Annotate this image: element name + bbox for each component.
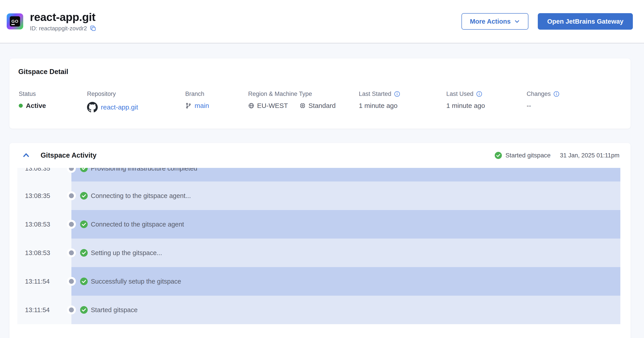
goland-logo-text: GO: [10, 16, 20, 26]
globe-icon: [248, 103, 254, 109]
info-icon[interactable]: [476, 91, 482, 97]
chevron-up-icon: [22, 152, 30, 159]
log-row-gutter: 13:11:54: [18, 267, 72, 296]
copy-icon: [90, 25, 96, 32]
log-row-gutter: 13:08:35: [18, 168, 72, 181]
info-icon[interactable]: [394, 91, 400, 97]
copy-id-button[interactable]: [90, 25, 96, 32]
changes-label: Changes: [527, 90, 551, 97]
github-icon: [87, 102, 98, 113]
check-circle-icon: [80, 168, 88, 172]
status-dot-icon: [19, 104, 23, 108]
latest-event-time: 31 Jan, 2025 01:11pm: [560, 152, 620, 159]
check-circle-icon: [495, 152, 502, 159]
log-row-time: 13:11:54: [18, 306, 50, 314]
last-used-label: Last Used: [446, 90, 474, 97]
log-row: 13:08:53 Connected to the gitspace agent: [18, 210, 620, 239]
timeline-dot-icon: [69, 222, 74, 227]
title-block: react-app.git ID: reactappgit-zovdr2: [30, 11, 96, 32]
branch-label: Branch: [185, 90, 209, 97]
log-row-message: Started gitspace: [91, 306, 138, 314]
gitspace-id-row: ID: reactappgit-zovdr2: [30, 25, 96, 32]
log-row: 13:08:35 Connecting to the gitspace agen…: [18, 181, 620, 210]
log-row-gutter: 13:08:53: [18, 210, 72, 239]
log-row: 13:08:53 Setting up the gitspace...: [18, 239, 620, 267]
status-label: Status: [19, 90, 46, 97]
field-last-used: Last Used 1 minute ago: [446, 90, 485, 109]
field-repository: Repository react-app.git: [87, 90, 138, 113]
log-row-gutter: 13:11:54: [18, 296, 72, 324]
more-actions-button[interactable]: More Actions: [462, 13, 529, 30]
log-row-content: Setting up the gitspace...: [72, 239, 620, 267]
log-row-content: Started gitspace: [72, 296, 620, 324]
last-used-value: 1 minute ago: [446, 102, 485, 109]
header-actions: More Actions Open JetBrains Gateway: [462, 13, 633, 30]
page-title: react-app.git: [30, 11, 96, 23]
log-row-gutter: 13:08:53: [18, 239, 72, 267]
goland-logo-icon: GO: [7, 13, 23, 29]
cpu-chip-icon: [300, 103, 306, 109]
log-row-message: Provisioning infrastructure completed: [91, 168, 197, 172]
page-header: GO react-app.git ID: reactappgit-zovdr2 …: [0, 0, 644, 43]
log-row-time: 13:11:54: [18, 278, 50, 285]
chevron-down-icon: [514, 18, 520, 24]
machine-type-value: Standard: [308, 102, 336, 109]
activity-header: Gitspace Activity Started gitspace 31 Ja…: [9, 143, 630, 168]
check-circle-icon: [80, 278, 88, 285]
timeline-dot-icon: [69, 193, 74, 198]
open-jetbrains-gateway-button[interactable]: Open JetBrains Gateway: [538, 13, 633, 30]
field-last-started: Last Started 1 minute ago: [359, 90, 400, 109]
last-started-label: Last Started: [359, 90, 392, 97]
field-changes: Changes --: [527, 90, 560, 109]
field-status: Status Active: [19, 90, 46, 109]
check-circle-icon: [80, 249, 88, 257]
field-region-machine: Region & Machine Type EU-WEST: [248, 90, 336, 109]
log-row-message: Setting up the gitspace...: [91, 249, 162, 257]
repository-label: Repository: [87, 90, 138, 97]
log-row: 13:11:54 Successfully setup the gitspace: [18, 267, 620, 296]
timeline-dot-icon: [69, 308, 74, 312]
log-row: 13:08:35 Provisioning infrastructure com…: [18, 168, 620, 181]
field-branch: Branch main: [185, 90, 209, 109]
log-row: 13:11:54 Started gitspace: [18, 296, 620, 324]
activity-log[interactable]: 13:08:35 Provisioning infrastructure com…: [18, 168, 620, 324]
log-row-content: Provisioning infrastructure completed: [72, 168, 620, 181]
check-circle-icon: [80, 221, 88, 228]
gitspace-detail-card: Gitspace Detail Status Active Repository…: [9, 58, 630, 129]
log-row-time: 13:08:35: [18, 192, 50, 200]
timeline-dot-icon: [69, 250, 74, 255]
gitspace-id: ID: reactappgit-zovdr2: [30, 25, 87, 32]
timeline-dot-icon: [69, 279, 74, 284]
region-machine-label: Region & Machine Type: [248, 90, 336, 97]
more-actions-label: More Actions: [470, 18, 511, 25]
detail-fields: Status Active Repository react-app.git B…: [18, 90, 622, 124]
log-row-message: Connecting to the gitspace agent...: [91, 192, 191, 200]
changes-value: --: [527, 102, 560, 109]
region-value: EU-WEST: [257, 102, 288, 109]
latest-event-text: Started gitspace: [506, 152, 550, 159]
last-started-value: 1 minute ago: [359, 102, 400, 109]
log-row-content: Connected to the gitspace agent: [72, 210, 620, 239]
collapse-activity-button[interactable]: [22, 152, 30, 159]
log-row-time: 13:08:53: [18, 221, 50, 228]
check-circle-icon: [80, 192, 88, 200]
activity-latest-status: Started gitspace 31 Jan, 2025 01:11pm: [495, 152, 620, 159]
check-circle-icon: [80, 306, 88, 314]
gitspace-detail-title: Gitspace Detail: [18, 68, 622, 76]
log-row-gutter: 13:08:35: [18, 181, 72, 210]
activity-title: Gitspace Activity: [40, 151, 96, 159]
log-row-time: 13:08:53: [18, 249, 50, 257]
info-icon[interactable]: [554, 91, 560, 97]
log-row-message: Successfully setup the gitspace: [91, 278, 181, 285]
status-value: Active: [26, 102, 46, 109]
log-row-content: Connecting to the gitspace agent...: [72, 181, 620, 210]
repository-link[interactable]: react-app.git: [101, 103, 138, 111]
git-branch-icon: [185, 103, 192, 109]
log-row-message: Connected to the gitspace agent: [91, 221, 184, 228]
gitspace-activity-card: Gitspace Activity Started gitspace 31 Ja…: [9, 143, 630, 338]
log-row-content: Successfully setup the gitspace: [72, 267, 620, 296]
log-row-time: 13:08:35: [18, 168, 50, 172]
branch-link[interactable]: main: [194, 102, 209, 109]
